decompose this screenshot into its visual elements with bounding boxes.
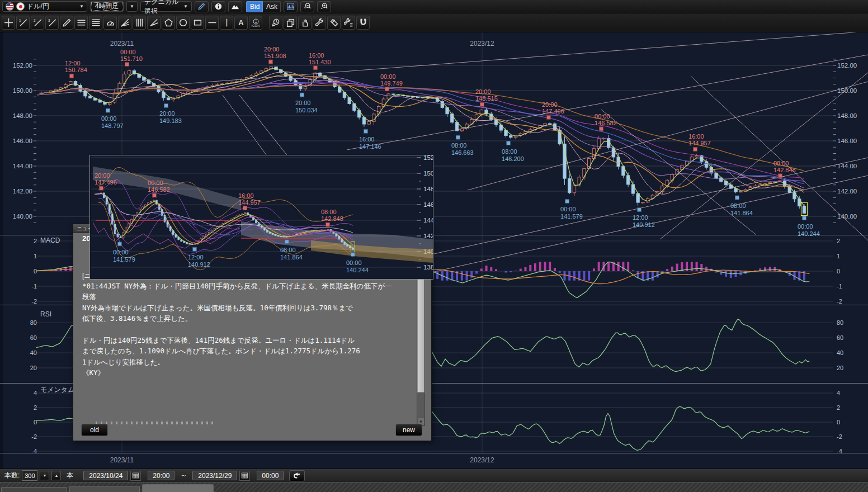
taskbar-tab[interactable] xyxy=(1,487,67,492)
fx-trading-app: { "toolbar_top": { "pair": "ドル/円", "time… xyxy=(0,0,868,492)
svg-text:150.784: 150.784 xyxy=(65,67,87,73)
svg-text:140.244: 140.244 xyxy=(798,230,820,237)
pentagon-tool-button[interactable] xyxy=(162,16,175,30)
horizontal-lines3-tool-button[interactable] xyxy=(74,16,88,30)
svg-text:150.00: 150.00 xyxy=(13,87,32,94)
svg-text:151.430: 151.430 xyxy=(309,59,331,65)
from-date-field[interactable]: 2023/10/24 xyxy=(83,471,128,480)
taskbar-tab[interactable] xyxy=(142,484,214,492)
svg-text:147.146: 147.146 xyxy=(359,143,381,150)
svg-text:80: 80 xyxy=(837,319,843,326)
svg-text:20:00: 20:00 xyxy=(475,88,491,95)
from-date-calendar-button[interactable] xyxy=(130,471,141,481)
magnet-snap-button[interactable] xyxy=(356,16,370,30)
svg-text:144.957: 144.957 xyxy=(238,199,261,206)
fan-lines-tool-button[interactable] xyxy=(118,16,131,30)
bar-count-input[interactable]: 300 xyxy=(22,470,37,481)
zoom-out-button[interactable] xyxy=(300,1,314,12)
chart-style-button[interactable] xyxy=(228,1,242,12)
horizontal-lines4-tool-button[interactable] xyxy=(89,16,102,30)
indicator-button[interactable] xyxy=(284,1,298,12)
chevron-down-icon: ▼ xyxy=(130,4,134,9)
svg-text:146.00: 146.00 xyxy=(837,138,857,144)
from-time-field[interactable]: 20:00 xyxy=(148,471,174,480)
svg-text:147.496: 147.496 xyxy=(95,179,117,186)
undo-history-button[interactable] xyxy=(269,16,282,30)
to-date-calendar-button[interactable] xyxy=(239,471,250,481)
zoom-in-button[interactable] xyxy=(317,1,331,12)
svg-text:4: 4 xyxy=(837,390,840,396)
japan-flag-icon xyxy=(16,2,25,11)
rectangle-tool-button[interactable] xyxy=(191,16,204,30)
newer-news-button[interactable]: new xyxy=(395,424,422,436)
svg-text:16:00: 16:00 xyxy=(688,133,704,140)
reload-chart-button[interactable] xyxy=(289,470,305,481)
trendline2-tool-button[interactable]: 2 xyxy=(31,16,44,30)
svg-text:20:00: 20:00 xyxy=(95,172,110,179)
settings-list-button[interactable] xyxy=(342,16,355,30)
circle-tool-button[interactable] xyxy=(176,16,190,30)
taskbar-tab[interactable] xyxy=(69,486,140,492)
pencil-line-tool-button[interactable] xyxy=(60,16,73,30)
svg-text:16:00: 16:00 xyxy=(359,136,375,143)
svg-text:12:00: 12:00 xyxy=(188,254,204,261)
older-news-button[interactable]: old xyxy=(81,424,108,436)
trendline3-tool-button[interactable]: 3 xyxy=(45,16,59,30)
technical-select-button[interactable]: テクニカル選択 ▼ xyxy=(140,1,192,12)
angle-lines-tool-button[interactable] xyxy=(147,16,161,30)
svg-text:142.00: 142.00 xyxy=(13,188,32,195)
top-toolbar: ドル/円 ▼ 4時間足 ▼ テクニカル選択 ▼ Bid Ask xyxy=(0,0,868,13)
svg-text:142.848: 142.848 xyxy=(773,167,796,173)
count-increment-button[interactable]: ▲ xyxy=(51,471,61,480)
icon-tool-label: ICON xyxy=(252,25,260,27)
vertical-line-tool-button[interactable] xyxy=(220,16,233,30)
svg-text:140.244: 140.244 xyxy=(346,267,369,273)
copy-button[interactable] xyxy=(284,16,297,30)
svg-text:146: 146 xyxy=(423,201,433,208)
us-flag-icon xyxy=(6,2,14,11)
wrench-tool-button[interactable] xyxy=(313,16,326,30)
hand-pan-button[interactable] xyxy=(298,16,312,30)
count-decrement-button[interactable]: ▼ xyxy=(40,471,49,480)
svg-text:MACD: MACD xyxy=(40,236,60,244)
svg-text:-1: -1 xyxy=(31,283,37,290)
horizontal-line-tool-button[interactable] xyxy=(205,16,219,30)
to-date-field[interactable]: 2023/12/29 xyxy=(192,471,237,480)
draw-pencil-button[interactable] xyxy=(195,1,209,12)
svg-text:00:00: 00:00 xyxy=(798,223,813,230)
svg-text:00:00: 00:00 xyxy=(346,259,362,266)
trendline1-tool-button[interactable]: 1 xyxy=(16,16,30,30)
vertical-lines-tool-button[interactable] xyxy=(133,16,146,30)
bid-button[interactable]: Bid xyxy=(246,1,263,12)
icon-stamp-tool-button[interactable]: ICON xyxy=(249,16,262,30)
svg-text:3: 3 xyxy=(48,18,50,22)
svg-text:148.797: 148.797 xyxy=(101,122,124,129)
timeframe-dropdown-button[interactable]: ▼ xyxy=(126,1,138,12)
currency-pair-select[interactable]: ドル/円 ▼ xyxy=(2,1,87,12)
svg-text:146.00: 146.00 xyxy=(13,138,32,144)
svg-text:1: 1 xyxy=(19,18,21,22)
svg-text:20:00: 20:00 xyxy=(295,100,311,106)
ask-button[interactable]: Ask xyxy=(263,1,281,12)
to-time-field[interactable]: 00:00 xyxy=(257,471,284,480)
svg-text:00:00: 00:00 xyxy=(148,179,163,186)
mini-chart-window[interactable]: 15215014814614414214013820:00147.49600:0… xyxy=(89,155,433,280)
crosshair-tool-button[interactable] xyxy=(2,16,15,30)
svg-text:-4: -4 xyxy=(837,448,842,455)
text-tool-label: A xyxy=(238,18,243,27)
svg-text:0: 0 xyxy=(34,419,37,425)
svg-text:144: 144 xyxy=(423,217,433,224)
bottom-controls: 本数: 300 ▼ ▲ 本 2023/10/24 20:00 ～ 2023/12… xyxy=(0,469,868,482)
chevron-down-icon: ▼ xyxy=(79,4,84,9)
eraser-button[interactable] xyxy=(327,16,341,30)
svg-text:20:00: 20:00 xyxy=(542,101,558,108)
svg-text:08:00: 08:00 xyxy=(321,209,337,215)
info-button[interactable] xyxy=(211,1,225,12)
svg-text:20:00: 20:00 xyxy=(159,110,175,117)
svg-text:08:00: 08:00 xyxy=(730,202,746,209)
text-tool-button[interactable]: A xyxy=(234,16,248,30)
svg-text:16:00: 16:00 xyxy=(309,52,324,59)
timeframe-select[interactable]: 4時間足 xyxy=(90,1,124,12)
gauge-tool-button[interactable] xyxy=(103,16,117,30)
svg-text:00:00: 00:00 xyxy=(380,73,396,80)
